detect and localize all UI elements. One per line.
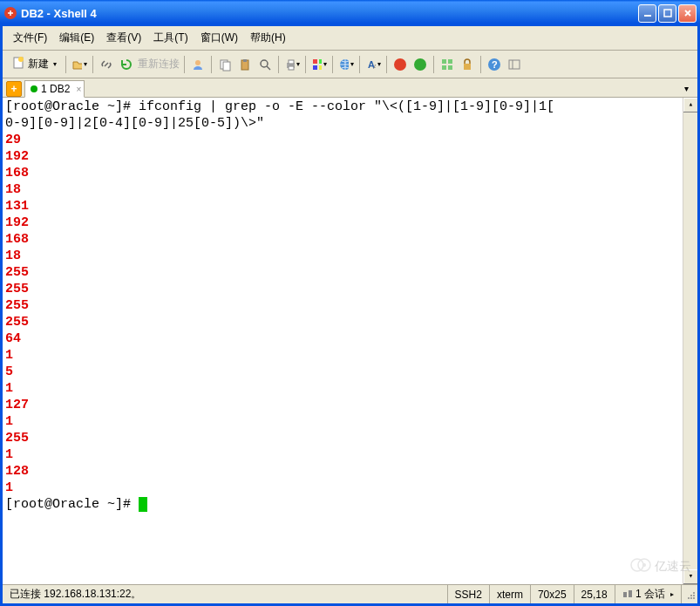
output-line: 192 — [5, 148, 695, 165]
profile-button[interactable] — [189, 56, 207, 73]
separator — [92, 56, 93, 73]
menu-help[interactable]: 帮助(H) — [245, 28, 291, 48]
separator — [184, 56, 185, 73]
scroll-up-icon[interactable]: ▴ — [683, 98, 697, 112]
window-title: DB2 - Xshell 4 — [21, 7, 638, 20]
search-button[interactable] — [256, 56, 274, 73]
cmd-line-prompt2: [root@Oracle ~]# — [5, 496, 695, 513]
separator — [332, 56, 333, 73]
sessions-dd-icon[interactable]: ▸ — [670, 590, 674, 598]
scroll-track[interactable] — [683, 112, 697, 569]
svg-rect-24 — [442, 59, 446, 64]
svg-text:?: ? — [492, 59, 498, 70]
svg-rect-28 — [464, 64, 471, 70]
svg-point-36 — [690, 597, 692, 599]
svg-point-22 — [394, 58, 406, 71]
print-button[interactable]: ▾ — [283, 56, 301, 73]
add-tab-button[interactable]: + — [6, 81, 22, 97]
svg-point-37 — [693, 595, 695, 596]
separator — [386, 56, 387, 73]
tile-button[interactable] — [438, 56, 456, 73]
minimize-button[interactable] — [638, 4, 656, 23]
toolbar: 新建 ▾ ▾ 重新连接 ▾ ▾ ▾ AA▾ ? — [3, 51, 697, 78]
separator — [359, 56, 360, 73]
output-line: 29 — [5, 132, 695, 148]
resize-grip-icon[interactable] — [682, 588, 697, 602]
output-line: 168 — [5, 165, 695, 181]
svg-point-40 — [693, 592, 695, 594]
terminal[interactable]: [root@Oracle ~]# ifconfig | grep -o -E -… — [3, 98, 697, 584]
reconnect-button[interactable] — [118, 56, 135, 73]
separator — [211, 56, 212, 73]
separator — [65, 56, 66, 73]
menu-file[interactable]: 文件(F) — [8, 28, 52, 48]
close-button[interactable] — [678, 4, 697, 23]
output-line: 255 — [5, 314, 695, 330]
statusbar: 已连接 192.168.18.131:22。 SSH2 xterm 70x25 … — [3, 584, 697, 603]
output-line: 255 — [5, 281, 695, 297]
tab-db2[interactable]: 1 DB2 × — [24, 80, 85, 98]
menu-edit[interactable]: 编辑(E) — [54, 28, 99, 48]
output-line: 1 — [5, 380, 695, 397]
output-line: 18 — [5, 248, 695, 264]
svg-rect-18 — [319, 65, 322, 70]
menu-window[interactable]: 窗口(W) — [195, 28, 243, 48]
link-button[interactable] — [98, 56, 115, 73]
output-line: 255 — [5, 264, 695, 281]
sidebar-button[interactable] — [506, 56, 523, 73]
svg-point-39 — [690, 595, 692, 596]
cmd-text-1: ifconfig | grep -o -E --color "\<([1-9]|… — [139, 99, 554, 114]
dropdown-arrow-icon: ▾ — [53, 60, 57, 68]
svg-point-35 — [693, 597, 695, 599]
xshell-button[interactable] — [391, 56, 409, 73]
output-line: 64 — [5, 330, 695, 347]
output-line: 1 — [5, 446, 695, 463]
new-label: 新建 — [28, 57, 49, 71]
connected-indicator-icon — [31, 85, 37, 92]
xftp-button[interactable] — [411, 56, 429, 73]
svg-rect-9 — [243, 59, 247, 62]
tab-label: 1 DB2 — [41, 83, 70, 95]
svg-point-4 — [18, 57, 24, 62]
new-button[interactable]: 新建 ▾ — [7, 53, 61, 75]
window-body: 文件(F) 编辑(E) 查看(V) 工具(T) 窗口(W) 帮助(H) 新建 ▾… — [0, 26, 700, 606]
help-button[interactable]: ? — [486, 56, 503, 73]
copy-button[interactable] — [216, 56, 234, 73]
svg-rect-33 — [623, 592, 627, 597]
new-doc-icon — [11, 56, 25, 72]
output-line: 192 — [5, 214, 695, 231]
svg-point-38 — [688, 597, 690, 599]
tab-close-icon[interactable]: × — [77, 85, 82, 94]
svg-rect-13 — [289, 60, 294, 64]
scroll-down-icon[interactable]: ▾ — [683, 569, 697, 584]
tabbar: + 1 DB2 × ▾ — [3, 78, 697, 98]
status-term: xterm — [490, 585, 531, 603]
svg-point-23 — [414, 58, 426, 71]
svg-rect-14 — [289, 66, 294, 70]
output-line: 127 — [5, 397, 695, 413]
separator — [433, 56, 434, 73]
scrollbar-vertical[interactable]: ▴ ▾ — [683, 98, 697, 584]
font-button[interactable]: AA▾ — [364, 56, 382, 73]
output-line: 1 — [5, 347, 695, 364]
output-line: 128 — [5, 463, 695, 480]
menu-tools[interactable]: 工具(T) — [148, 28, 193, 48]
svg-line-11 — [267, 66, 270, 70]
svg-rect-7 — [223, 62, 230, 71]
titlebar: DB2 - Xshell 4 — [0, 0, 700, 26]
maximize-button[interactable] — [658, 4, 676, 23]
menu-view[interactable]: 查看(V) — [101, 28, 146, 48]
open-button[interactable]: ▾ — [71, 56, 88, 73]
status-cursor: 25,18 — [574, 585, 615, 603]
cmd-line-1: [root@Oracle ~]# ifconfig | grep -o -E -… — [5, 99, 695, 115]
paste-button[interactable] — [236, 56, 254, 73]
color-button[interactable]: ▾ — [310, 56, 328, 73]
globe-button[interactable]: ▾ — [337, 56, 355, 73]
svg-rect-17 — [313, 65, 317, 70]
tabs-dropdown-button[interactable]: ▾ — [679, 82, 694, 95]
status-protocol: SSH2 — [448, 585, 490, 603]
svg-rect-34 — [629, 590, 632, 597]
svg-rect-26 — [442, 65, 446, 70]
prompt-2: [root@Oracle ~]# — [5, 497, 139, 512]
lock-button[interactable] — [459, 56, 476, 73]
